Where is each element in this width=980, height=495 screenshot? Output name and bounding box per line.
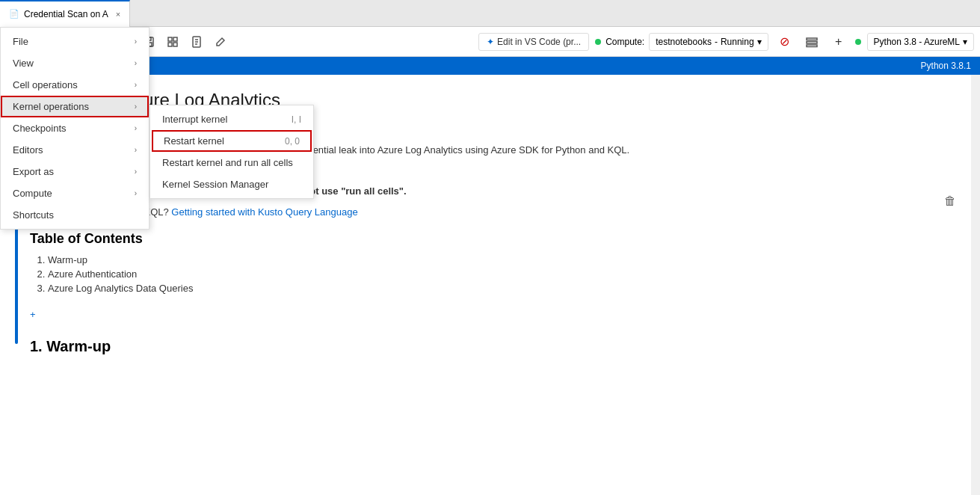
menu-item-file[interactable]: File › xyxy=(1,31,149,52)
menu-file-chevron: › xyxy=(135,37,137,46)
menu-item-shortcuts[interactable]: Shortcuts xyxy=(1,204,149,226)
menu-export-chevron: › xyxy=(135,167,137,176)
menu-checkpoints-label: Checkpoints xyxy=(13,123,67,134)
tab-document-icon: 📄 xyxy=(9,9,19,19)
main-menu-overlay: File › View › Cell operations › Kernel o… xyxy=(0,27,150,230)
tab-bar: 📄 Credential Scan on A × xyxy=(0,0,980,27)
svg-rect-12 xyxy=(807,41,817,43)
menu-item-compute[interactable]: Compute › xyxy=(1,182,149,204)
menu-item-kernel-operations[interactable]: Kernel operations › xyxy=(1,96,149,117)
doc-button[interactable] xyxy=(186,31,207,52)
active-tab[interactable]: 📄 Credential Scan on A × xyxy=(0,0,130,27)
compute-area: Compute: testnotebooks - Running ▾ xyxy=(595,33,768,51)
toc-list: Warm-up Azure Authentication Azure Log A… xyxy=(30,254,941,294)
svg-rect-5 xyxy=(168,43,172,46)
kernel-session-manager-label: Kernel Session Manager xyxy=(162,179,268,190)
add-cell-button[interactable]: + xyxy=(30,306,941,323)
toc-item-1[interactable]: Warm-up xyxy=(48,254,941,265)
compute-chevron-icon: ▾ xyxy=(757,37,762,47)
stop-compute-button[interactable]: ⊘ xyxy=(774,31,795,52)
svg-rect-3 xyxy=(168,37,172,41)
vscode-icon: ✦ xyxy=(487,37,494,47)
interrupt-kernel-label: Interrupt kernel xyxy=(162,114,227,125)
svg-rect-13 xyxy=(807,45,817,47)
toc-title: Table of Contents xyxy=(30,231,941,247)
menu-item-cell-operations[interactable]: Cell operations › xyxy=(1,74,149,96)
kernel-select[interactable]: Python 3.8 - AzureML ▾ xyxy=(867,33,974,51)
menu-export-label: Export as xyxy=(13,166,54,177)
menu-editors-chevron: › xyxy=(135,146,137,154)
menu-item-checkpoints[interactable]: Checkpoints › xyxy=(1,117,149,139)
restart-run-all-label: Restart kernel and run all cells xyxy=(162,157,293,168)
toolbar-right: ✦ Edit in VS Code (pr... Compute: testno… xyxy=(478,31,974,52)
restart-kernel-shortcut: 0, 0 xyxy=(285,136,300,147)
main-menu: File › View › Cell operations › Kernel o… xyxy=(0,27,150,230)
compute-value: testnotebooks xyxy=(656,37,712,47)
toc-item-3[interactable]: Azure Log Analytics Data Queries xyxy=(48,283,941,294)
compute-status: Running xyxy=(721,37,754,47)
add-button[interactable]: + xyxy=(828,31,849,52)
menu-cell-ops-chevron: › xyxy=(135,81,137,89)
menu-view-chevron: › xyxy=(135,59,137,67)
python-version: Python 3.8.1 xyxy=(921,61,971,71)
scrollbar[interactable] xyxy=(971,75,980,495)
menu-kernel-ops-label: Kernel operations xyxy=(13,101,89,112)
menu-item-editors[interactable]: Editors › xyxy=(1,139,149,161)
submenu-interrupt-kernel[interactable]: Interrupt kernel I, I xyxy=(150,108,313,130)
submenu-kernel-session-manager[interactable]: Kernel Session Manager xyxy=(150,173,313,195)
vscode-button[interactable]: ✦ Edit in VS Code (pr... xyxy=(478,33,589,51)
menu-compute-chevron: › xyxy=(135,189,137,197)
svg-rect-4 xyxy=(173,37,177,41)
menu-kernel-ops-chevron: › xyxy=(135,102,137,111)
compute-label: Compute: xyxy=(605,37,644,47)
kernel-label: Python 3.8 - AzureML xyxy=(874,37,960,47)
interrupt-kernel-shortcut: I, I xyxy=(292,114,301,125)
vscode-label: Edit in VS Code (pr... xyxy=(497,37,581,47)
kernel-chevron-icon: ▾ xyxy=(963,37,967,47)
compute-dash: - xyxy=(715,37,718,47)
submenu-restart-kernel[interactable]: Restart kernel 0, 0 xyxy=(152,130,312,152)
compute-status-dot xyxy=(595,39,601,45)
delete-cell-button[interactable]: 🗑 xyxy=(944,194,956,208)
submenu-restart-run-all[interactable]: Restart kernel and run all cells xyxy=(150,152,313,173)
menu-item-export-as[interactable]: Export as › xyxy=(1,161,149,182)
kernel-status-dot xyxy=(855,39,861,45)
kql-link[interactable]: Getting started with Kusto Query Languag… xyxy=(171,206,357,218)
svg-rect-6 xyxy=(173,43,177,46)
notebook-desc-4: Need to know more about KQL? Getting sta… xyxy=(30,205,941,220)
settings-button[interactable] xyxy=(801,31,822,52)
grid-button[interactable] xyxy=(162,31,183,52)
kernel-ops-submenu: Interrupt kernel I, I Restart kernel 0, … xyxy=(150,105,314,199)
menu-cell-operations-label: Cell operations xyxy=(13,79,78,90)
menu-shortcuts-label: Shortcuts xyxy=(13,209,54,221)
svg-rect-11 xyxy=(807,38,817,40)
menu-file-label: File xyxy=(13,36,28,47)
section-1-title: 1. Warm-up xyxy=(30,338,941,355)
menu-item-view[interactable]: View › xyxy=(1,52,149,74)
tab-close-button[interactable]: × xyxy=(116,10,120,19)
compute-select[interactable]: testnotebooks - Running ▾ xyxy=(649,33,768,51)
restart-kernel-label: Restart kernel xyxy=(164,135,224,147)
add-cell-icon: + xyxy=(30,309,36,320)
toc-item-2[interactable]: Azure Authentication xyxy=(48,268,941,280)
tab-label: Credential Scan on A xyxy=(24,9,108,19)
menu-compute-label: Compute xyxy=(13,188,52,199)
menu-checkpoints-chevron: › xyxy=(135,124,137,132)
menu-editors-label: Editors xyxy=(13,144,43,156)
menu-view-label: View xyxy=(13,58,34,69)
edit-button[interactable] xyxy=(210,31,231,52)
